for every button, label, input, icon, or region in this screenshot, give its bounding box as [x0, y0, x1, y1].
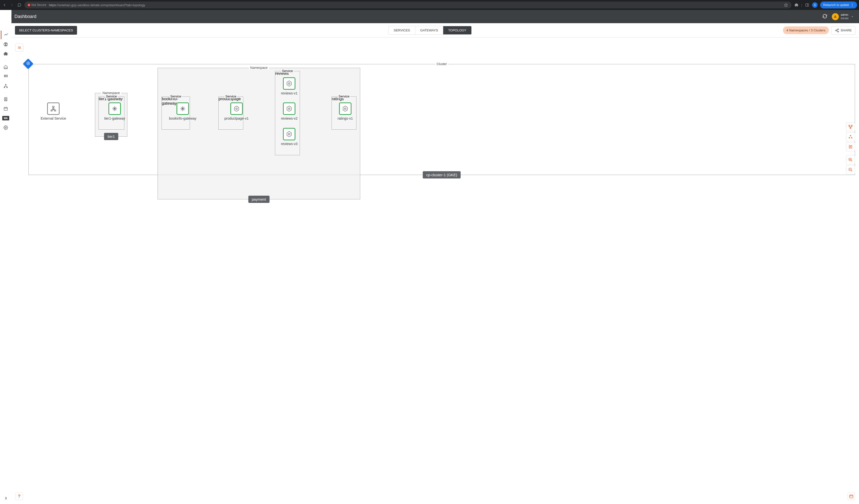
node-ratings-v1[interactable]: ratings-v1: [337, 103, 353, 120]
svg-rect-69: [849, 125, 850, 126]
toolbar: SELECT CLUSTERS-NAMESPACES SERVICES GATE…: [12, 23, 859, 37]
node-tier1-gateway[interactable]: tier1-gateway: [104, 103, 125, 120]
tab-topology[interactable]: TOPOLOGY: [443, 26, 471, 34]
browser-profile-avatar[interactable]: S: [812, 2, 818, 8]
tool-zoom-out-icon[interactable]: [846, 165, 855, 174]
sidebar-item-metrics[interactable]: [1, 31, 11, 39]
svg-point-52: [344, 108, 346, 110]
svg-line-82: [851, 170, 852, 171]
tool-layout-cluster-icon[interactable]: [846, 132, 855, 141]
node-reviews-v3[interactable]: reviews-v3: [281, 128, 298, 146]
not-secure-chip[interactable]: ✕ Not Secure: [27, 3, 46, 7]
user-avatar: A: [832, 13, 839, 20]
svg-rect-18: [5, 84, 6, 85]
user-menu[interactable]: A admin tetrate: [832, 13, 856, 20]
svg-point-37: [28, 63, 29, 64]
relaunch-button[interactable]: Relaunch to update: [820, 1, 857, 9]
sidebar-item-calendar[interactable]: [1, 104, 11, 113]
sidebar-item-settings[interactable]: [1, 123, 11, 132]
svg-point-76: [850, 147, 851, 147]
browser-chrome-bar: ✕ Not Secure https://sreehari.gcp.sandbo…: [0, 0, 859, 10]
kubernetes-icon: [342, 105, 348, 112]
tool-zoom-in-icon[interactable]: [846, 155, 855, 164]
node-external-label: External Service: [41, 117, 66, 120]
share-icon: [835, 28, 839, 32]
svg-point-38: [27, 62, 30, 65]
svg-rect-40: [51, 110, 52, 111]
svg-rect-70: [851, 125, 852, 126]
node-reviews-v1-label: reviews-v1: [281, 91, 298, 95]
namespace-chip[interactable]: 4 Namespaces / 3 Clusters: [783, 27, 829, 34]
node-reviews-v2[interactable]: reviews-v2: [281, 103, 298, 120]
topology-canvas[interactable]: Cluster cp-cluster-1 (GKE) Namespace tie…: [12, 37, 859, 504]
cluster-tag: cp-cluster-1 (GKE): [423, 171, 461, 179]
svg-marker-49: [287, 131, 291, 137]
sidebar-item-extensions[interactable]: [1, 50, 11, 58]
cluster-group-label: Cluster: [435, 62, 448, 66]
app-header: Dashboard A admin tetrate: [0, 10, 859, 23]
forward-icon: [10, 2, 14, 7]
node-bookinfo-gateway[interactable]: bookinfo-gateway: [169, 103, 196, 120]
relaunch-label: Relaunch to update: [823, 3, 849, 7]
svg-rect-39: [52, 106, 54, 107]
star-icon[interactable]: [783, 2, 788, 7]
svg-point-73: [849, 137, 850, 139]
node-reviews-v1[interactable]: reviews-v1: [281, 77, 298, 95]
select-clusters-button[interactable]: SELECT CLUSTERS-NAMESPACES: [15, 26, 77, 35]
sidebar-item-org[interactable]: [1, 63, 11, 71]
date-range-button[interactable]: [847, 492, 855, 500]
svg-line-78: [851, 160, 852, 162]
sidebar-item-apps[interactable]: [1, 72, 11, 81]
namespace-tier1-label: Namespace: [101, 91, 121, 95]
node-reviews-v2-label: reviews-v2: [281, 117, 298, 120]
svg-point-44: [236, 108, 237, 110]
share-button[interactable]: SHARE: [831, 26, 856, 35]
svg-point-48: [288, 108, 290, 110]
tab-services[interactable]: SERVICES: [389, 26, 415, 34]
node-bookinfo-gateway-label: bookinfo-gateway: [169, 117, 196, 120]
sidebar-item-radiation[interactable]: [1, 40, 11, 49]
url-bar[interactable]: ✕ Not Secure https://sreehari.gcp.sandbo…: [25, 1, 792, 9]
node-external-service[interactable]: External Service: [41, 103, 66, 120]
svg-rect-17: [7, 76, 8, 77]
help-button[interactable]: ?: [15, 492, 23, 500]
sidebar-item-assignments[interactable]: [1, 95, 11, 104]
chevron-down-icon: [850, 15, 854, 18]
cluster-group[interactable]: Cluster cp-cluster-1 (GKE): [28, 64, 855, 175]
node-tier1-gateway-label: tier1-gateway: [104, 117, 125, 120]
node-ratings-v1-label: ratings-v1: [337, 117, 353, 120]
kubernetes-icon: [286, 80, 292, 87]
tab-gateways[interactable]: GATEWAYS: [415, 26, 443, 34]
sidebar-item-wa[interactable]: WA: [1, 114, 11, 122]
svg-rect-23: [4, 107, 7, 110]
gateway-icon: [180, 105, 186, 112]
svg-rect-16: [5, 76, 6, 77]
svg-point-5: [852, 6, 853, 6]
extensions-icon[interactable]: [794, 2, 799, 7]
kubernetes-icon: [233, 105, 240, 112]
panel-icon[interactable]: [805, 2, 810, 7]
svg-point-74: [851, 137, 852, 139]
svg-rect-41: [54, 110, 56, 111]
reload-icon[interactable]: [17, 2, 22, 7]
sidebar-item-hierarchy[interactable]: [1, 82, 11, 90]
svg-rect-15: [4, 76, 5, 77]
svg-marker-43: [234, 106, 239, 111]
svg-line-33: [837, 31, 838, 31]
svg-rect-12: [4, 75, 5, 76]
svg-point-30: [835, 30, 837, 31]
namespace-payment-group[interactable]: Namespace payment: [157, 68, 360, 199]
tool-layout-hierarchy-icon[interactable]: [846, 122, 855, 131]
node-productpage-v1[interactable]: productpage-v1: [224, 103, 248, 120]
tool-target-icon[interactable]: [846, 142, 855, 151]
node-reviews-v3-label: reviews-v3: [281, 142, 298, 146]
sidebar-expand-icon[interactable]: [3, 496, 8, 502]
svg-point-31: [838, 31, 839, 32]
url-text: https://sreehari.gcp.sandbox.tetrate.io/…: [49, 3, 145, 7]
gateway-icon: [111, 105, 118, 112]
back-icon[interactable]: [2, 2, 7, 7]
svg-point-3: [852, 4, 853, 4]
canvas-menu-icon[interactable]: [15, 44, 24, 51]
sync-icon[interactable]: [823, 14, 827, 20]
svg-point-27: [5, 127, 6, 128]
